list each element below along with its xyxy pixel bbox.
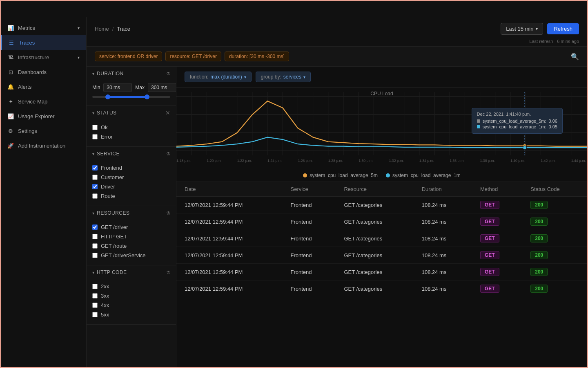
table-row[interactable]: 12/07/2021 12:59:44 PM Frontend GET /cat… (176, 247, 587, 264)
status-badge: 200 (530, 234, 548, 242)
service-customer-checkbox[interactable] (92, 175, 98, 180)
sidebar-item-traces[interactable]: ☰ Traces (1, 35, 86, 50)
table-row[interactable]: 12/07/2021 12:59:44 PM Frontend GET /cat… (176, 197, 587, 213)
table-row[interactable]: 12/07/2021 12:59:44 PM Frontend GET /cat… (176, 264, 587, 280)
http-2xx-row[interactable]: 2xx (92, 282, 170, 291)
status-error-checkbox[interactable] (92, 134, 98, 139)
resource-http-get-row[interactable]: HTTP GET (92, 232, 170, 241)
status-badge: 200 (530, 201, 548, 209)
cell-duration: 108.24 ms (414, 230, 472, 247)
resource-get-driver-service-row[interactable]: GET /driverService (92, 251, 170, 260)
cell-date: 12/07/2021 12:59:44 PM (176, 230, 283, 247)
slider-thumb-min[interactable] (105, 94, 110, 99)
sidebar-item-usage-explorer[interactable]: 📈 Usage Explorer (1, 109, 86, 123)
cell-duration: 108.24 ms (414, 197, 472, 213)
status-ok-row[interactable]: Ok (92, 123, 170, 132)
http-3xx-label: 3xx (101, 293, 109, 299)
sidebar-item-alerts[interactable]: 🔔 Alerts (1, 79, 86, 94)
function-label: function: (190, 74, 208, 80)
filter-header-http-code[interactable]: ▾ HTTP CODE ⚗ (87, 265, 176, 279)
filter-tag-service[interactable]: service: frontend OR driver (95, 52, 162, 61)
max-label: Max (135, 85, 145, 90)
filter-http-code-label: HTTP CODE (97, 269, 164, 275)
http-3xx-checkbox[interactable] (92, 293, 98, 298)
filter-resources-body: GET /driver HTTP GET GET /route (87, 220, 176, 265)
filter-bar: service: frontend OR driver resource: GE… (87, 47, 587, 67)
filter-tag-resource[interactable]: resource: GET /driver (165, 52, 221, 61)
breadcrumb-separator: / (112, 26, 114, 32)
cell-resource: GET /categories (336, 197, 413, 213)
chart-legend: system_cpu_load_average_5m system_cpu_lo… (176, 169, 587, 182)
sidebar-item-settings[interactable]: ⚙ Settings (1, 123, 86, 138)
filter-header-service[interactable]: ▾ Service ⚗ (87, 147, 176, 161)
table-container: Date Service Resource Duration Method St… (176, 182, 587, 367)
resource-get-driver-checkbox[interactable] (92, 224, 98, 230)
service-frontend-checkbox[interactable] (92, 165, 98, 171)
close-icon-status[interactable]: ✕ (165, 110, 170, 116)
service-driver-checkbox[interactable] (92, 184, 98, 189)
status-ok-checkbox[interactable] (92, 125, 98, 130)
max-input[interactable] (148, 83, 176, 92)
service-driver-row[interactable]: Driver (92, 182, 170, 191)
col-header-date: Date (176, 182, 283, 197)
cell-resource: GET /categories (336, 247, 413, 264)
svg-text:1:36 p.m.: 1:36 p.m. (450, 159, 464, 163)
resource-get-driver-row[interactable]: GET /driver (92, 222, 170, 232)
http-3xx-row[interactable]: 3xx (92, 291, 170, 301)
refresh-button[interactable]: Refresh (547, 23, 579, 34)
chevron-down-icon-resources: ▾ (92, 211, 94, 215)
sidebar-item-add-instrumentation[interactable]: 🚀 Add Instrumentation (1, 138, 86, 153)
service-customer-row[interactable]: Customer (92, 173, 170, 182)
http-5xx-row[interactable]: 5xx (92, 310, 170, 319)
time-selector[interactable]: Last 15 min ▾ (501, 23, 543, 35)
filter-tag-duration[interactable]: duration: [30 ms -300 ms] (225, 52, 289, 61)
filter-header-duration[interactable]: ▾ Duration ⚗ (87, 67, 176, 81)
http-4xx-row[interactable]: 4xx (92, 301, 170, 310)
settings-icon: ⚙ (7, 128, 14, 134)
sidebar-label-traces: Traces (19, 40, 35, 46)
function-selector[interactable]: function: max (duration) ▾ (185, 72, 252, 82)
resource-get-route-checkbox[interactable] (92, 243, 98, 249)
service-frontend-row[interactable]: Frontend (92, 163, 170, 173)
slider-thumb-max[interactable] (145, 94, 149, 99)
filter-service-body: Frontend Customer Driver (87, 161, 176, 206)
breadcrumb-home[interactable]: Home (95, 26, 109, 32)
svg-text:1:24 p.m.: 1:24 p.m. (267, 159, 282, 163)
resource-get-driver-service-checkbox[interactable] (92, 253, 98, 258)
cell-status: 200 (522, 264, 587, 280)
filter-funnel-icon-http-code[interactable]: ⚗ (166, 270, 170, 275)
filter-header-resources[interactable]: ▾ Resources ⚗ (87, 206, 176, 220)
svg-text:1:26 p.m.: 1:26 p.m. (298, 159, 312, 163)
sidebar-item-service-map[interactable]: ✦ Service Map (1, 94, 86, 109)
resource-get-driver-label: GET /driver (101, 224, 128, 230)
sidebar-item-metrics[interactable]: 📊 Metrics ▾ (1, 20, 86, 35)
duration-slider[interactable] (92, 96, 170, 98)
service-route-row[interactable]: Route (92, 191, 170, 201)
filter-funnel-icon-duration[interactable]: ⚗ (166, 71, 170, 76)
filter-header-status[interactable]: ▾ Status ✕ (87, 105, 176, 120)
table-row[interactable]: 12/07/2021 12:59:44 PM Frontend GET /cat… (176, 213, 587, 230)
sidebar-item-infrastructure[interactable]: 🏗 Infrastructure ▾ (1, 50, 86, 65)
svg-text:1:44 p.m.: 1:44 p.m. (571, 159, 586, 163)
table-row[interactable]: 12/07/2021 12:59:44 PM Frontend GET /cat… (176, 280, 587, 297)
sidebar-item-dashboards[interactable]: ⊡ Dashboards (1, 65, 86, 79)
service-route-checkbox[interactable] (92, 193, 98, 199)
min-label: Min (92, 85, 100, 90)
status-error-row[interactable]: Error (92, 132, 170, 141)
resource-http-get-checkbox[interactable] (92, 234, 98, 239)
cell-method: GET (472, 280, 522, 297)
min-input[interactable] (103, 83, 132, 92)
http-4xx-checkbox[interactable] (92, 303, 98, 308)
http-2xx-checkbox[interactable] (92, 284, 98, 289)
resource-get-route-row[interactable]: GET /route (92, 241, 170, 251)
cell-date: 12/07/2021 12:59:44 PM (176, 280, 283, 297)
table-row[interactable]: 12/07/2021 12:59:44 PM Frontend GET /cat… (176, 230, 587, 247)
main-content: Home / Trace Last 15 min ▾ Refresh Last … (87, 17, 587, 367)
sidebar-label-add-instrumentation: Add Instrumentation (18, 143, 65, 149)
http-5xx-checkbox[interactable] (92, 312, 98, 317)
filter-funnel-icon-service[interactable]: ⚗ (166, 151, 170, 157)
filter-funnel-icon-resources[interactable]: ⚗ (166, 211, 170, 216)
groupby-selector[interactable]: group by: services ▾ (256, 72, 311, 82)
search-icon[interactable]: 🔍 (571, 53, 579, 61)
filter-section-service: ▾ Service ⚗ Frontend Customer (87, 147, 176, 206)
